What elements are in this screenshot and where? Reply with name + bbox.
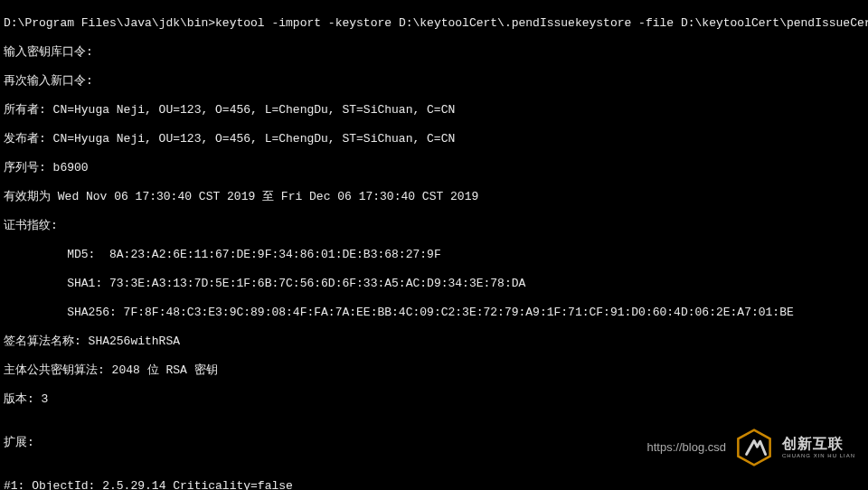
- prompt-text: D:\Program Files\Java\jdk\bin>: [4, 16, 215, 30]
- output-line: 证书指纹:: [4, 219, 864, 233]
- command-line: D:\Program Files\Java\jdk\bin>keytool -i…: [4, 16, 864, 31]
- output-line: SHA1: 73:3E:A3:13:7D:5E:1F:6B:7C:56:6D:6…: [4, 277, 864, 291]
- output-line: 签名算法名称: SHA256withRSA: [4, 335, 864, 349]
- output-line: 主体公共密钥算法: 2048 位 RSA 密钥: [4, 363, 864, 378]
- output-line: 发布者: CN=Hyuga Neji, OU=123, O=456, L=Che…: [4, 132, 864, 146]
- terminal-window[interactable]: D:\Program Files\Java\jdk\bin>keytool -i…: [0, 0, 868, 490]
- watermark-brand-cn: 创新互联: [782, 437, 855, 451]
- svg-marker-0: [738, 430, 769, 466]
- output-line: #1: ObjectId: 2.5.29.14 Criticality=fals…: [4, 479, 864, 490]
- watermark-brand: 创新互联 CHUANG XIN HU LIAN: [782, 437, 855, 458]
- typed-command: keytool -import -keystore D:\keytoolCert…: [215, 16, 868, 30]
- output-line: 所有者: CN=Hyuga Neji, OU=123, O=456, L=Che…: [4, 103, 864, 118]
- output-line: SHA256: 7F:8F:48:C3:E3:9C:89:08:4F:FA:7A…: [4, 306, 864, 320]
- output-line: 再次输入新口令:: [4, 74, 864, 89]
- watermark-brand-en: CHUANG XIN HU LIAN: [782, 453, 855, 458]
- output-line: 版本: 3: [4, 392, 864, 407]
- watermark-url: https://blog.csd: [647, 440, 726, 455]
- watermark: https://blog.csd 创新互联 CHUANG XIN HU LIAN: [647, 429, 855, 466]
- watermark-logo-icon: [735, 429, 773, 466]
- output-line: 序列号: b6900: [4, 161, 864, 175]
- output-line: 有效期为 Wed Nov 06 17:30:40 CST 2019 至 Fri …: [4, 190, 864, 204]
- output-line: 输入密钥库口令:: [4, 45, 864, 60]
- output-line: MD5: 8A:23:A2:6E:11:67:DE:9F:34:86:01:DE…: [4, 248, 864, 262]
